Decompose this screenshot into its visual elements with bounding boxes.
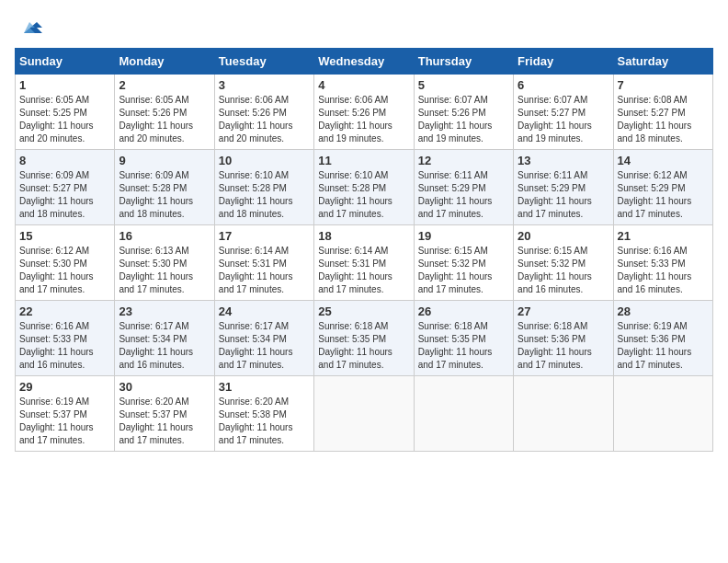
day-number: 24 [219,304,310,318]
day-number: 14 [618,154,709,167]
day-number: 30 [119,380,210,394]
day-number: 23 [119,304,210,318]
day-number: 10 [219,154,310,167]
day-info: Sunrise: 6:10 AMSunset: 5:28 PMDaylight:… [318,169,409,221]
col-sunday: Sunday [16,49,115,75]
day-number: 6 [518,78,609,92]
day-info: Sunrise: 6:19 AMSunset: 5:36 PMDaylight:… [618,320,709,372]
calendar-cell: 28Sunrise: 6:19 AMSunset: 5:36 PMDayligh… [613,301,712,376]
day-number: 8 [19,154,110,167]
svg-marker-1 [24,22,35,33]
calendar-cell [414,376,513,452]
day-info: Sunrise: 6:20 AMSunset: 5:37 PMDaylight:… [119,396,210,447]
calendar-cell: 13Sunrise: 6:11 AMSunset: 5:29 PMDayligh… [514,150,613,225]
day-info: Sunrise: 6:11 AMSunset: 5:29 PMDaylight:… [418,169,509,221]
day-number: 9 [119,154,210,167]
day-info: Sunrise: 6:18 AMSunset: 5:35 PMDaylight:… [318,320,409,372]
page-header [15,15,713,40]
day-info: Sunrise: 6:11 AMSunset: 5:29 PMDaylight:… [518,169,609,221]
calendar-table: Sunday Monday Tuesday Wednesday Thursday… [15,48,713,452]
day-info: Sunrise: 6:12 AMSunset: 5:29 PMDaylight:… [618,169,709,221]
calendar-cell [613,376,712,452]
calendar-week-row: 22Sunrise: 6:16 AMSunset: 5:33 PMDayligh… [16,301,713,376]
day-info: Sunrise: 6:06 AMSunset: 5:26 PMDaylight:… [318,94,409,145]
col-monday: Monday [115,49,214,75]
day-number: 21 [618,229,709,243]
calendar-week-row: 1Sunrise: 6:05 AMSunset: 5:25 PMDaylight… [16,75,713,150]
day-info: Sunrise: 6:08 AMSunset: 5:27 PMDaylight:… [618,94,709,145]
day-info: Sunrise: 6:18 AMSunset: 5:36 PMDaylight:… [518,320,609,372]
calendar-cell: 18Sunrise: 6:14 AMSunset: 5:31 PMDayligh… [314,225,414,301]
logo-icon [17,15,44,40]
calendar-cell: 25Sunrise: 6:18 AMSunset: 5:35 PMDayligh… [314,301,414,376]
day-number: 27 [518,304,609,318]
calendar-cell: 30Sunrise: 6:20 AMSunset: 5:37 PMDayligh… [115,376,214,452]
day-info: Sunrise: 6:17 AMSunset: 5:34 PMDaylight:… [119,320,210,372]
col-thursday: Thursday [414,49,513,75]
day-info: Sunrise: 6:16 AMSunset: 5:33 PMDaylight:… [618,245,709,296]
calendar-cell: 6Sunrise: 6:07 AMSunset: 5:27 PMDaylight… [514,75,613,150]
day-number: 11 [318,154,409,167]
calendar-cell: 4Sunrise: 6:06 AMSunset: 5:26 PMDaylight… [314,75,414,150]
day-number: 20 [518,229,609,243]
day-number: 2 [119,78,210,92]
day-info: Sunrise: 6:09 AMSunset: 5:27 PMDaylight:… [19,169,110,221]
day-number: 5 [418,78,509,92]
day-number: 3 [219,78,310,92]
calendar-cell: 7Sunrise: 6:08 AMSunset: 5:27 PMDaylight… [613,75,712,150]
col-tuesday: Tuesday [214,49,313,75]
col-saturday: Saturday [613,49,712,75]
calendar-cell: 10Sunrise: 6:10 AMSunset: 5:28 PMDayligh… [214,150,313,225]
day-number: 29 [19,380,110,394]
col-wednesday: Wednesday [314,49,414,75]
calendar-cell: 27Sunrise: 6:18 AMSunset: 5:36 PMDayligh… [514,301,613,376]
day-info: Sunrise: 6:06 AMSunset: 5:26 PMDaylight:… [219,94,310,145]
day-number: 31 [219,380,310,394]
calendar-cell: 17Sunrise: 6:14 AMSunset: 5:31 PMDayligh… [214,225,313,301]
calendar-cell: 29Sunrise: 6:19 AMSunset: 5:37 PMDayligh… [16,376,115,452]
calendar-cell [514,376,613,452]
calendar-cell [314,376,414,452]
calendar-cell: 9Sunrise: 6:09 AMSunset: 5:28 PMDaylight… [115,150,214,225]
day-info: Sunrise: 6:10 AMSunset: 5:28 PMDaylight:… [219,169,310,221]
col-friday: Friday [514,49,613,75]
calendar-cell: 1Sunrise: 6:05 AMSunset: 5:25 PMDaylight… [16,75,115,150]
day-info: Sunrise: 6:05 AMSunset: 5:26 PMDaylight:… [119,94,210,145]
day-number: 28 [618,304,709,318]
day-info: Sunrise: 6:17 AMSunset: 5:34 PMDaylight:… [219,320,310,372]
calendar-cell: 21Sunrise: 6:16 AMSunset: 5:33 PMDayligh… [613,225,712,301]
day-info: Sunrise: 6:14 AMSunset: 5:31 PMDaylight:… [318,245,409,296]
calendar-cell: 23Sunrise: 6:17 AMSunset: 5:34 PMDayligh… [115,301,214,376]
day-info: Sunrise: 6:09 AMSunset: 5:28 PMDaylight:… [119,169,210,221]
calendar-week-row: 8Sunrise: 6:09 AMSunset: 5:27 PMDaylight… [16,150,713,225]
calendar-cell: 3Sunrise: 6:06 AMSunset: 5:26 PMDaylight… [214,75,313,150]
day-number: 26 [418,304,509,318]
day-number: 22 [19,304,110,318]
day-number: 4 [318,78,409,92]
day-info: Sunrise: 6:16 AMSunset: 5:33 PMDaylight:… [19,320,110,372]
calendar-cell: 20Sunrise: 6:15 AMSunset: 5:32 PMDayligh… [514,225,613,301]
day-info: Sunrise: 6:12 AMSunset: 5:30 PMDaylight:… [19,245,110,296]
day-number: 1 [19,78,110,92]
day-number: 17 [219,229,310,243]
day-number: 18 [318,229,409,243]
calendar-cell: 5Sunrise: 6:07 AMSunset: 5:26 PMDaylight… [414,75,513,150]
day-info: Sunrise: 6:20 AMSunset: 5:38 PMDaylight:… [219,396,310,447]
day-info: Sunrise: 6:15 AMSunset: 5:32 PMDaylight:… [418,245,509,296]
day-info: Sunrise: 6:18 AMSunset: 5:35 PMDaylight:… [418,320,509,372]
calendar-cell: 19Sunrise: 6:15 AMSunset: 5:32 PMDayligh… [414,225,513,301]
calendar-header-row: Sunday Monday Tuesday Wednesday Thursday… [16,49,713,75]
day-info: Sunrise: 6:19 AMSunset: 5:37 PMDaylight:… [19,396,110,447]
day-info: Sunrise: 6:05 AMSunset: 5:25 PMDaylight:… [19,94,110,145]
calendar-cell: 14Sunrise: 6:12 AMSunset: 5:29 PMDayligh… [613,150,712,225]
logo [15,15,44,40]
day-number: 12 [418,154,509,167]
day-number: 19 [418,229,509,243]
calendar-cell: 22Sunrise: 6:16 AMSunset: 5:33 PMDayligh… [16,301,115,376]
calendar-week-row: 29Sunrise: 6:19 AMSunset: 5:37 PMDayligh… [16,376,713,452]
calendar-cell: 11Sunrise: 6:10 AMSunset: 5:28 PMDayligh… [314,150,414,225]
day-number: 16 [119,229,210,243]
calendar-cell: 26Sunrise: 6:18 AMSunset: 5:35 PMDayligh… [414,301,513,376]
calendar-cell: 2Sunrise: 6:05 AMSunset: 5:26 PMDaylight… [115,75,214,150]
calendar-cell: 15Sunrise: 6:12 AMSunset: 5:30 PMDayligh… [16,225,115,301]
